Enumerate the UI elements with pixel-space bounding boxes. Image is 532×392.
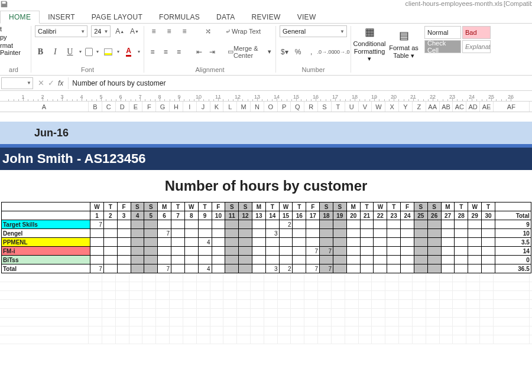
table-cell[interactable]: 4 xyxy=(198,264,212,273)
table-cell[interactable]: 7 xyxy=(158,264,171,273)
align-right-icon[interactable]: ≡ xyxy=(174,46,183,58)
table-cell[interactable] xyxy=(333,229,346,238)
table-cell[interactable] xyxy=(374,256,387,264)
table-cell[interactable] xyxy=(252,264,265,273)
table-cell[interactable] xyxy=(320,229,333,238)
align-top-icon[interactable]: ≡ xyxy=(148,25,160,37)
table-cell[interactable] xyxy=(103,220,117,229)
table-cell[interactable] xyxy=(333,264,346,273)
fill-color-button[interactable] xyxy=(102,46,113,58)
table-cell[interactable] xyxy=(387,229,401,238)
table-cell[interactable] xyxy=(455,229,468,238)
table-cell[interactable] xyxy=(346,229,360,238)
table-cell[interactable] xyxy=(252,247,265,256)
formula-input[interactable]: Number of hours by customer xyxy=(68,77,532,89)
table-cell[interactable] xyxy=(158,247,171,256)
align-middle-icon[interactable]: ≡ xyxy=(163,25,175,37)
column-header[interactable]: B xyxy=(89,102,102,112)
table-cell[interactable] xyxy=(401,220,414,229)
column-header[interactable]: M xyxy=(237,102,251,112)
table-cell[interactable] xyxy=(103,256,117,264)
style-check-cell[interactable]: Check Cell xyxy=(424,40,461,53)
table-cell[interactable] xyxy=(482,220,495,229)
table-row-label[interactable]: Dengel xyxy=(2,229,90,238)
merge-center-button[interactable]: ▭ Merge & Center ▾ xyxy=(227,46,272,58)
table-cell[interactable] xyxy=(144,264,158,273)
table-cell[interactable] xyxy=(468,247,482,256)
table-cell[interactable] xyxy=(427,264,441,273)
table-cell[interactable] xyxy=(482,247,495,256)
table-cell[interactable] xyxy=(184,238,198,247)
table-cell[interactable] xyxy=(455,220,468,229)
column-header[interactable]: D xyxy=(116,102,129,112)
table-cell[interactable] xyxy=(239,229,252,238)
table-cell[interactable] xyxy=(468,220,482,229)
table-cell[interactable] xyxy=(482,264,495,273)
row-total[interactable]: 10 xyxy=(495,229,531,238)
table-cell[interactable] xyxy=(293,220,306,229)
column-header[interactable]: S xyxy=(318,102,332,112)
row-total[interactable]: 9 xyxy=(495,220,531,229)
column-header[interactable]: R xyxy=(304,102,318,112)
table-cell[interactable] xyxy=(427,229,441,238)
table-cell[interactable] xyxy=(293,229,306,238)
table-cell[interactable] xyxy=(198,247,212,256)
table-cell[interactable] xyxy=(103,229,117,238)
table-cell[interactable] xyxy=(293,264,306,273)
font-name-combo[interactable]: Calibri▼ xyxy=(35,25,87,37)
table-cell[interactable] xyxy=(279,229,293,238)
table-cell[interactable] xyxy=(279,256,293,264)
column-header[interactable]: U xyxy=(345,102,359,112)
table-cell[interactable] xyxy=(482,238,495,247)
column-header[interactable]: AA xyxy=(426,102,440,112)
table-cell[interactable] xyxy=(455,247,468,256)
table-cell[interactable] xyxy=(401,238,414,247)
align-bottom-icon[interactable]: ≡ xyxy=(179,25,190,37)
table-cell[interactable] xyxy=(225,264,239,273)
month-cell[interactable]: Jun-16 xyxy=(0,122,532,144)
style-bad[interactable]: Bad xyxy=(462,26,491,39)
font-size-combo[interactable]: 24▼ xyxy=(91,25,111,37)
table-cell[interactable] xyxy=(131,247,144,256)
align-left-icon[interactable]: ≡ xyxy=(148,46,157,58)
table-cell[interactable] xyxy=(360,256,374,264)
table-cell[interactable] xyxy=(427,238,441,247)
table-cell[interactable] xyxy=(414,264,427,273)
table-cell[interactable] xyxy=(171,220,185,229)
cut-button[interactable]: t xyxy=(0,25,2,32)
column-header[interactable]: Y xyxy=(399,102,413,112)
table-cell[interactable] xyxy=(239,238,252,247)
underline-button[interactable]: U xyxy=(64,46,76,58)
orientation-icon[interactable]: ⤭ xyxy=(202,25,214,37)
table-cell[interactable] xyxy=(401,247,414,256)
column-header[interactable]: I xyxy=(183,102,197,112)
table-cell[interactable] xyxy=(265,238,279,247)
table-cell[interactable] xyxy=(441,247,455,256)
table-cell[interactable] xyxy=(482,256,495,264)
table-cell[interactable] xyxy=(131,256,144,264)
table-cell[interactable] xyxy=(184,256,198,264)
column-header[interactable]: G xyxy=(156,102,170,112)
column-header[interactable]: AE xyxy=(480,102,494,112)
table-cell[interactable] xyxy=(387,238,401,247)
table-cell[interactable] xyxy=(117,247,131,256)
table-cell[interactable] xyxy=(441,229,455,238)
table-cell[interactable] xyxy=(144,238,158,247)
table-cell[interactable]: 7 xyxy=(90,220,104,229)
table-cell[interactable] xyxy=(131,238,144,247)
table-cell[interactable] xyxy=(171,229,185,238)
table-cell[interactable] xyxy=(131,220,144,229)
table-cell[interactable]: 2 xyxy=(279,264,293,273)
table-cell[interactable] xyxy=(441,256,455,264)
table-cell[interactable] xyxy=(239,247,252,256)
table-cell[interactable] xyxy=(482,229,495,238)
table-cell[interactable] xyxy=(225,238,239,247)
table-cell[interactable] xyxy=(158,238,171,247)
table-cell[interactable] xyxy=(427,256,441,264)
table-cell[interactable] xyxy=(184,220,198,229)
table-cell[interactable] xyxy=(117,256,131,264)
table-cell[interactable] xyxy=(252,229,265,238)
table-cell[interactable] xyxy=(212,220,225,229)
ribbon-tab-insert[interactable]: INSERT xyxy=(40,11,83,23)
column-header[interactable]: Z xyxy=(413,102,426,112)
